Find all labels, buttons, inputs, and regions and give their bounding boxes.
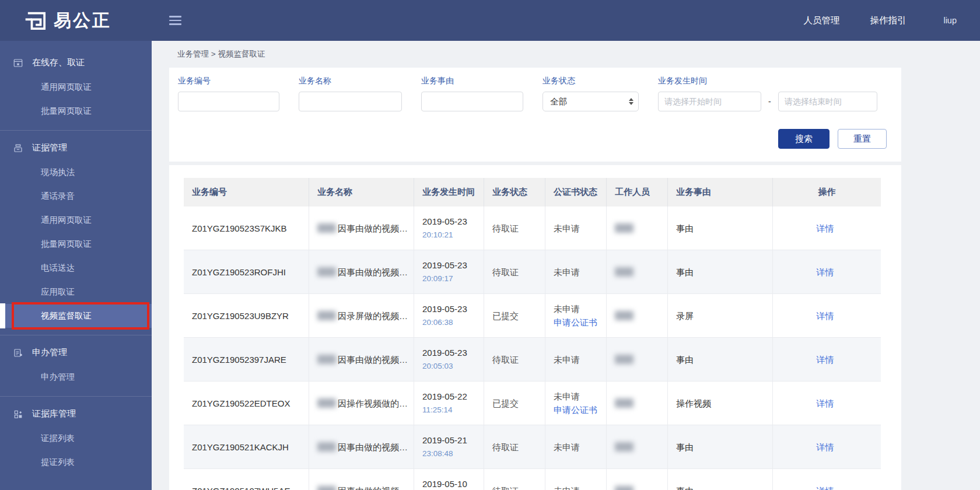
sidebar-item[interactable]: 批量网页取证 (0, 99, 152, 123)
cell-business-id: Z01YGZ190523U9BZYR (184, 294, 309, 337)
detail-link[interactable]: 详情 (773, 440, 877, 454)
business-id: Z01YGZ190523S7KJKB (192, 222, 305, 235)
detail-link[interactable]: 详情 (773, 397, 877, 410)
table-header-cell: 业务事由 (668, 178, 773, 206)
sidebar-item[interactable]: 视频监督取证 (0, 304, 152, 328)
business-id-input[interactable] (178, 92, 279, 111)
business-reason: 事由 (676, 440, 769, 454)
logo: 易公正 (0, 0, 152, 41)
notary-status: 未申请 (554, 440, 603, 454)
start-date-input[interactable] (658, 92, 761, 111)
breadcrumb: 业务管理 > 视频监督取证 (152, 41, 980, 68)
redacted-worker-name (615, 355, 634, 364)
redacted-name (317, 267, 336, 276)
search-button[interactable]: 搜索 (778, 129, 830, 149)
notary-status: 未申请 (554, 302, 603, 316)
table-header-cell: 业务状态 (484, 178, 545, 206)
notary-status: 未申请 (554, 222, 603, 235)
business-name-input[interactable] (299, 92, 402, 111)
sidebar-item[interactable]: 通用网页取证 (0, 208, 152, 232)
cell-notary-status: 未申请 (545, 206, 607, 250)
apply-notary-link[interactable]: 申请公证书 (554, 316, 603, 329)
username[interactable]: liup (943, 16, 957, 25)
topnav-item-guide[interactable]: 操作指引 (870, 15, 906, 27)
business-reason: 操作视频 (676, 397, 769, 410)
topnav-item-personnel[interactable]: 人员管理 (803, 15, 839, 27)
table-header-cell: 工作人员 (607, 178, 668, 206)
business-status: 待取证 (492, 484, 541, 490)
cell-occur-time: 2019-05-2320:06:38 (414, 294, 484, 337)
cell-business-status: 已提交 (484, 294, 545, 337)
business-reason-input[interactable] (421, 92, 523, 111)
occur-date: 2019-05-22 (422, 390, 480, 403)
filter-business-reason: 业务事由 (421, 76, 523, 111)
occur-clock-time: 20:09:17 (422, 272, 480, 285)
cell-business-name: 因事由做的视频… (309, 425, 414, 468)
sidebar-item-label: 视频监督取证 (41, 311, 92, 320)
cell-action: 详情 (773, 250, 881, 293)
sidebar-item[interactable]: 通话录音 (0, 184, 152, 208)
sidebar-section-title[interactable]: 证据库管理 (0, 401, 152, 426)
filter-business-id: 业务编号 (178, 76, 279, 111)
detail-link[interactable]: 详情 (773, 353, 877, 366)
redacted-name (317, 223, 336, 233)
business-reason: 事由 (676, 353, 769, 366)
sidebar-item[interactable]: 提证列表 (0, 450, 152, 474)
table-body: Z01YGZ190523S7KJKB因事由做的视频…2019-05-2320:1… (184, 206, 881, 490)
occur-clock-time: 20:10:21 (422, 228, 480, 242)
occur-clock-time: 11:25:14 (422, 403, 480, 416)
filter-business-name: 业务名称 (299, 76, 402, 111)
business-reason: 事由 (676, 222, 769, 235)
business-reason: 录屏 (676, 309, 769, 323)
sidebar-section-title[interactable]: 申办管理 (0, 340, 152, 365)
reset-button[interactable]: 重置 (838, 129, 887, 149)
filter-label-business-name: 业务名称 (299, 76, 402, 86)
end-date-input[interactable] (778, 92, 877, 111)
business-status: 待取证 (492, 440, 541, 454)
table-row: Z01YGZ19052397JARE因事由做的视频…2019-05-2320:0… (184, 338, 881, 382)
window-star-icon (13, 58, 23, 68)
cell-reason: 录屏 (668, 294, 773, 337)
occur-date: 2019-05-21 (422, 433, 480, 447)
sidebar-item[interactable]: 通用网页取证 (0, 75, 152, 99)
sidebar-item-label: 通用网页取证 (41, 82, 92, 92)
hamburger-menu-icon[interactable] (167, 13, 184, 27)
topbar: 人员管理 操作指引 liup (152, 0, 980, 41)
sidebar-item[interactable]: 电话送达 (0, 256, 152, 280)
apply-notary-link[interactable]: 申请公证书 (554, 403, 603, 416)
business-status-value: 全部 (550, 96, 567, 107)
detail-link[interactable]: 详情 (773, 222, 877, 235)
sidebar-section: 证据库管理证据列表提证列表 (0, 397, 152, 481)
sidebar-item[interactable]: 应用取证 (0, 280, 152, 304)
detail-link[interactable]: 详情 (773, 309, 877, 323)
sidebar-item[interactable]: 申办管理 (0, 365, 152, 389)
sidebar-item[interactable]: 现场执法 (0, 160, 152, 184)
table-header-cell: 公证书状态 (545, 178, 607, 206)
occur-date: 2019-05-23 (422, 346, 480, 359)
cell-business-name: 因事由做的视频… (309, 250, 414, 293)
table-header-row: 业务编号业务名称业务发生时间业务状态公证书状态工作人员业务事由操作 (184, 178, 881, 206)
detail-link[interactable]: 详情 (773, 265, 877, 279)
detail-link[interactable]: 详情 (773, 484, 877, 490)
filter-panel: 业务编号 业务名称 业务事由 业务状态 全部 (169, 68, 901, 162)
sidebar-section-label: 证据库管理 (32, 408, 76, 419)
sidebar-section-title[interactable]: 在线存、取证 (0, 50, 152, 75)
filter-business-status: 业务状态 全部 (542, 76, 639, 111)
cell-business-id: Z01YGZ190523S7KJKB (184, 206, 309, 250)
sidebar-item[interactable]: 证据列表 (0, 426, 152, 450)
table-row: Z01YGZ190523ROFJHI因事由做的视频…2019-05-2320:0… (184, 250, 881, 294)
cell-action: 详情 (773, 425, 881, 468)
redacted-name (317, 311, 336, 320)
cell-business-status: 待取证 (484, 338, 545, 381)
cell-action: 详情 (773, 206, 881, 250)
table-header-cell: 业务编号 (184, 178, 309, 206)
notary-status: 未申请 (554, 390, 603, 403)
business-status-select[interactable]: 全部 (542, 92, 639, 111)
redacted-worker-name (615, 486, 634, 490)
cell-worker (607, 294, 668, 337)
sidebar-section-title[interactable]: 证据管理 (0, 135, 152, 160)
business-reason: 事由 (676, 265, 769, 279)
redacted-worker-name (615, 442, 634, 452)
sidebar-item[interactable]: 批量网页取证 (0, 232, 152, 256)
cell-worker (607, 250, 668, 293)
